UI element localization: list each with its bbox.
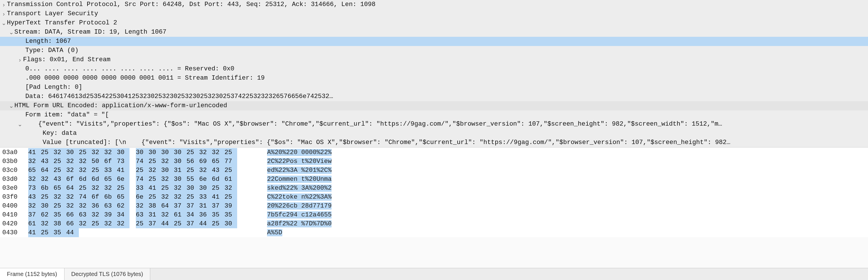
tree-label: Transmission Control Protocol, Src Port:… <box>7 0 376 9</box>
tree-row-form-item-2[interactable]: {"event": "Visits","properties": {"$os":… <box>0 119 868 129</box>
tree-row-data[interactable]: Data: 646174613d253542253041253230253230… <box>0 92 868 101</box>
hex-row[interactable]: 03d03232436f6d6d656e74253230556e6d6122Co… <box>0 175 868 184</box>
tree-row-stream-identifier[interactable]: .000 0000 0000 0000 0000 0000 0001 0011 … <box>0 74 868 83</box>
tree-label: Form item: "data" = "[ <box>25 110 109 119</box>
hex-bytes: 37623566633239346331326134363535 <box>28 210 258 219</box>
hex-row[interactable]: 0410376235666332393463313261343635357b5f… <box>0 210 868 219</box>
tree-label: Stream: DATA, Stream ID: 19, Length 1067 <box>14 28 166 37</box>
tree-row-pad-length[interactable]: [Pad Length: 0] <box>0 83 868 92</box>
hex-bytes: 65642532322533412532303125324325 <box>28 166 258 175</box>
tree-label: Value [truncated]: [\n {"event": "Visits… <box>42 138 731 147</box>
tree-row-http2[interactable]: HyperText Transfer Protocol 2 <box>0 19 868 28</box>
hex-bytes: 3232436f6d6d656e74253230556e6d61 <box>28 175 258 184</box>
hex-ascii: C%22toke n%22%3A% <box>258 193 332 202</box>
hex-row[interactable]: 043041253544A%5D <box>0 228 868 237</box>
hex-ascii: A%5D <box>258 228 282 237</box>
hex-row[interactable]: 03f043253232746f6b656e25323225334125C%22… <box>0 193 868 202</box>
tab-frame[interactable]: Frame (1152 bytes) <box>0 268 64 280</box>
hex-offset: 0420 <box>2 219 28 228</box>
hex-row[interactable]: 03a041253230253232303030303025323225A%20… <box>0 148 868 157</box>
tree-label: {"event": "Visits","properties": {"$os":… <box>23 119 722 129</box>
tree-label: 0... .... .... .... .... .... .... .... … <box>25 64 234 74</box>
hex-offset: 0400 <box>2 202 28 210</box>
hex-offset: 03e0 <box>2 184 28 193</box>
bottom-tabbar: Frame (1152 bytes) Decrypted TLS (1076 b… <box>0 268 868 280</box>
hex-ascii: 7b5fc294 c12a4655 <box>258 210 332 219</box>
hex-ascii: 2C%22Pos t%20View <box>258 157 332 166</box>
expand-icon[interactable] <box>1 9 7 19</box>
tree-row-stream[interactable]: Stream: DATA, Stream ID: 19, Length 1067 <box>0 28 868 37</box>
collapse-icon[interactable] <box>8 28 14 37</box>
hex-offset: 0430 <box>2 228 28 237</box>
hex-row[interactable]: 03c065642532322533412532303125324325ed%2… <box>0 166 868 175</box>
hex-ascii: sked%22% 3A%200%2 <box>258 184 332 193</box>
hex-ascii: A%20%220 0000%22% <box>258 148 332 157</box>
tree-row-html-form[interactable]: HTML Form URL Encoded: application/x-www… <box>0 101 868 110</box>
tree-row-length[interactable]: Length: 1067 <box>0 37 868 46</box>
hex-offset: 03b0 <box>2 157 28 166</box>
tree-label: [Pad Length: 0] <box>25 83 82 92</box>
tree-row-form-item-1[interactable]: Form item: "data" = "[ <box>0 110 868 119</box>
hex-ascii: 20%226cb 28d77179 <box>258 202 332 210</box>
hex-row[interactable]: 04003230253232366362323864373731373920%2… <box>0 202 868 210</box>
hex-bytes: 32302532323663623238643737313739 <box>28 202 258 210</box>
tree-row-flags[interactable]: Flags: 0x01, End Stream <box>0 55 868 64</box>
hex-ascii: ed%22%3A %201%2C% <box>258 166 332 175</box>
tree-label: .000 0000 0000 0000 0000 0000 0001 0011 … <box>25 74 265 83</box>
hex-dump-panel[interactable]: 03a041253230253232303030303025323225A%20… <box>0 147 868 237</box>
tree-label: HyperText Transfer Protocol 2 <box>7 19 117 28</box>
tree-row-value[interactable]: Value [truncated]: [\n {"event": "Visits… <box>0 138 868 147</box>
hex-ascii: a28f2%22 %7D%7D%0 <box>258 219 332 228</box>
tree-row-reserved[interactable]: 0... .... .... .... .... .... .... .... … <box>0 64 868 74</box>
expand-icon[interactable] <box>17 55 23 64</box>
collapse-icon[interactable] <box>8 101 14 110</box>
hex-offset: 03c0 <box>2 166 28 175</box>
hex-row[interactable]: 03b03243253232506f7374253230566965772C%2… <box>0 157 868 166</box>
hex-bytes: 41253544 <box>28 228 258 237</box>
hex-ascii: 22Commen t%20Unma <box>258 175 332 184</box>
hex-offset: 0410 <box>2 210 28 219</box>
hex-offset: 03f0 <box>2 193 28 202</box>
hex-bytes: 3243253232506f737425323056696577 <box>28 157 258 166</box>
packet-details-tree: Transmission Control Protocol, Src Port:… <box>0 0 868 147</box>
tree-label: Data: 646174613d253542253041253230253230… <box>25 92 333 101</box>
hex-bytes: 736b6564253232253341253230302532 <box>28 184 258 193</box>
tree-row-type[interactable]: Type: DATA (0) <box>0 46 868 55</box>
hex-row[interactable]: 03e0736b6564253232253341253230302532sked… <box>0 184 868 193</box>
tree-row-key[interactable]: Key: data <box>0 129 868 138</box>
hex-bytes: 61323866322532322537442537442530 <box>28 219 258 228</box>
hex-offset: 03a0 <box>2 148 28 157</box>
tree-label: HTML Form URL Encoded: application/x-www… <box>14 101 227 110</box>
tree-label: Transport Layer Security <box>7 9 98 19</box>
collapse-icon[interactable] <box>1 19 7 28</box>
tree-row-tls[interactable]: Transport Layer Security <box>0 9 868 19</box>
hex-bytes: 43253232746f6b656e25323225334125 <box>28 193 258 202</box>
expand-icon[interactable] <box>1 0 7 9</box>
tree-label: Flags: 0x01, End Stream <box>23 55 111 64</box>
tree-row-tcp[interactable]: Transmission Control Protocol, Src Port:… <box>0 0 868 9</box>
hex-offset: 03d0 <box>2 175 28 184</box>
tree-label: Length: 1067 <box>25 37 71 46</box>
collapse-icon[interactable] <box>17 119 23 129</box>
tab-decrypted-tls[interactable]: Decrypted TLS (1076 bytes) <box>64 268 151 280</box>
tree-label: Type: DATA (0) <box>25 46 79 55</box>
hex-row[interactable]: 042061323866322532322537442537442530a28f… <box>0 219 868 228</box>
hex-bytes: 41253230253232303030303025323225 <box>28 148 258 157</box>
tree-label: Key: data <box>42 129 77 138</box>
